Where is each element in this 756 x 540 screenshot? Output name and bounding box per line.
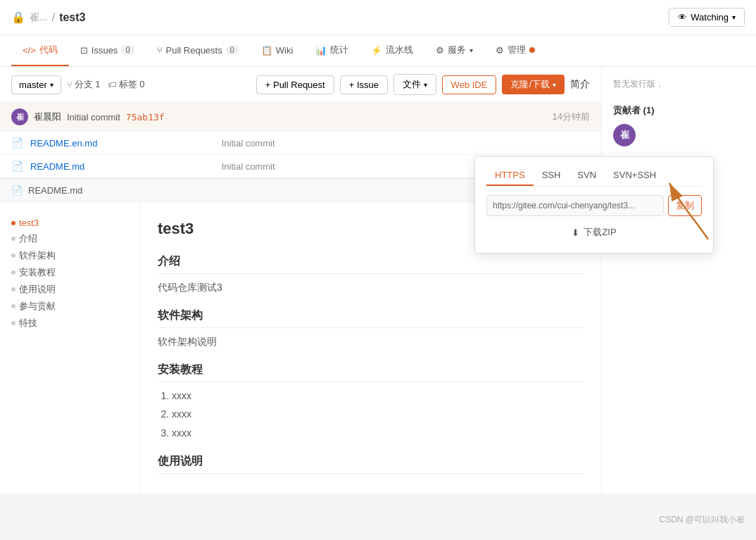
toc-label-7[interactable]: 特技 xyxy=(19,317,37,329)
toc-label-4[interactable]: 安装教程 xyxy=(19,266,56,279)
tab-pullrequests[interactable]: ⑂ Pull Requests 0 xyxy=(146,37,250,65)
file-name-2[interactable]: README.md xyxy=(30,161,215,172)
download-zip-label: 下载ZIP xyxy=(584,226,616,239)
toc-item-1[interactable]: test3 xyxy=(11,218,129,228)
tab-pipeline[interactable]: ⚡ 流水线 xyxy=(360,35,424,66)
toc-item-5[interactable]: 使用说明 xyxy=(11,283,129,296)
release-section: 暂无发行版， xyxy=(613,78,745,90)
file-btn-label: 文件 xyxy=(403,79,421,89)
clone-btn-label: 克隆/下载 xyxy=(510,78,550,91)
repo-area: master ▾ ⑂ 分支 1 🏷 标签 0 + Pull Request + … xyxy=(0,67,601,494)
clone-panel: HTTPS SSH SVN SVN+SSH 复制 ⬇ 下载ZIP xyxy=(474,156,714,253)
clone-tab-svnssh[interactable]: SVN+SSH xyxy=(605,165,664,186)
commit-message: Initial commit xyxy=(67,112,120,123)
chevron-services-icon: ▾ xyxy=(470,46,473,54)
tab-services[interactable]: ⚙ 服务 ▾ xyxy=(424,35,484,66)
fork-icon: ⑂ xyxy=(67,80,73,90)
code-icon: </> xyxy=(23,45,36,56)
repo-owner: 崔... xyxy=(30,11,48,24)
toc-item-7[interactable]: 特技 xyxy=(11,317,129,329)
eye-icon: 👁 xyxy=(678,12,687,23)
file-row: 📄 README.en.md Initial commit xyxy=(0,132,601,155)
file-icon-1: 📄 xyxy=(11,137,23,149)
tab-manage-label: 管理 xyxy=(508,44,526,56)
chevron-clone-icon: ▾ xyxy=(553,81,556,89)
commit-hash: 75ab13f xyxy=(126,112,165,123)
file-name-1[interactable]: README.en.md xyxy=(30,138,215,149)
tab-pr-label: Pull Requests xyxy=(166,45,222,56)
tab-pipeline-label: 流水线 xyxy=(386,44,413,56)
issue-button[interactable]: + Issue xyxy=(340,75,388,94)
file-button[interactable]: 文件 ▾ xyxy=(393,74,436,95)
readme-title: README.md xyxy=(28,185,82,196)
commit-author: 崔晨阳 xyxy=(34,111,61,123)
tab-services-label: 服务 xyxy=(448,44,466,56)
readme-section-intro: 介绍 xyxy=(158,252,584,274)
pr-badge: 0 xyxy=(226,45,239,55)
toc-dot-active xyxy=(11,221,15,225)
tab-issues[interactable]: ⊡ Issues 0 xyxy=(69,37,146,65)
toc-item-3[interactable]: 软件架构 xyxy=(11,249,129,262)
clone-tab-https[interactable]: HTTPS xyxy=(486,165,534,186)
toc-dot-7 xyxy=(11,321,15,325)
toc-label-2[interactable]: 介绍 xyxy=(19,232,37,245)
commit-row: 崔 崔晨阳 Initial commit 75ab13f 14分钟前 xyxy=(0,103,601,132)
tab-manage[interactable]: ⚙ 管理 xyxy=(484,35,546,66)
tab-code-label: 代码 xyxy=(39,44,58,56)
toc-item-2[interactable]: 介绍 xyxy=(11,232,129,245)
services-icon: ⚙ xyxy=(436,45,444,56)
tag-count: 🏷 标签 0 xyxy=(108,78,145,91)
tab-stats[interactable]: 📊 统计 xyxy=(304,35,360,66)
toc-dot-3 xyxy=(11,253,15,258)
clone-url-input[interactable] xyxy=(486,195,664,216)
readme-arch-text: 软件架构说明 xyxy=(158,334,584,349)
commit-avatar: 崔 xyxy=(11,108,28,125)
issues-icon: ⊡ xyxy=(80,45,88,56)
toc-label-1: test3 xyxy=(19,218,39,228)
readme-intro-text: 代码仓库测试3 xyxy=(158,280,584,295)
toc-label-3[interactable]: 软件架构 xyxy=(19,249,56,262)
manage-dot xyxy=(529,47,535,53)
download-icon: ⬇ xyxy=(572,227,579,238)
toc-dot-2 xyxy=(11,237,15,241)
contributor-avatar[interactable]: 崔 xyxy=(613,124,636,146)
chevron-down-icon: ▾ xyxy=(732,13,736,21)
pull-request-button[interactable]: + Pull Request xyxy=(256,75,334,94)
toc-item-4[interactable]: 安装教程 xyxy=(11,266,129,279)
copy-button[interactable]: 复制 xyxy=(668,195,702,216)
tab-stats-label: 统计 xyxy=(330,44,348,56)
install-item-2: xxxx xyxy=(172,406,584,422)
install-item-1: xxxx xyxy=(172,388,584,403)
repo-name: test3 xyxy=(59,11,85,24)
separator: / xyxy=(52,11,55,24)
chevron-branch-icon: ▾ xyxy=(50,81,53,89)
repo-title: 🔒 崔... / test3 xyxy=(11,11,85,24)
toc-dot-5 xyxy=(11,287,15,291)
nav-tabs: </> 代码 ⊡ Issues 0 ⑂ Pull Requests 0 📋 Wi… xyxy=(0,35,756,67)
toc-label-6[interactable]: 参与贡献 xyxy=(19,300,56,313)
clone-tab-ssh[interactable]: SSH xyxy=(534,165,569,186)
tab-code[interactable]: </> 代码 xyxy=(11,35,69,66)
toc-item-6[interactable]: 参与贡献 xyxy=(11,300,129,313)
webide-button[interactable]: Web IDE xyxy=(442,75,497,94)
watching-label: Watching xyxy=(691,12,729,23)
wiki-icon: 📋 xyxy=(261,45,272,56)
pipeline-icon: ⚡ xyxy=(371,45,382,56)
contributors-section: 贡献者 (1) 崔 xyxy=(613,104,745,146)
branch-selector[interactable]: master ▾ xyxy=(11,75,61,94)
readme-section-arch: 软件架构 xyxy=(158,306,584,328)
toc-dot-6 xyxy=(11,304,15,308)
clone-tab-svn[interactable]: SVN xyxy=(569,165,605,186)
watching-button[interactable]: 👁 Watching ▾ xyxy=(669,8,745,27)
tab-issues-label: Issues xyxy=(92,45,118,56)
branch-label: master xyxy=(19,80,47,90)
tab-wiki[interactable]: 📋 Wiki xyxy=(250,37,305,65)
clone-button[interactable]: 克隆/下载 ▾ xyxy=(502,75,565,94)
toc-label-5[interactable]: 使用说明 xyxy=(19,283,56,296)
meta-info: ⑂ 分支 1 🏷 标签 0 xyxy=(67,78,145,91)
readme-file-icon: 📄 xyxy=(11,185,23,196)
download-zip[interactable]: ⬇ 下载ZIP xyxy=(486,223,702,241)
intro-button[interactable]: 简介 xyxy=(570,78,590,91)
manage-icon: ⚙ xyxy=(496,45,504,56)
lock-icon: 🔒 xyxy=(11,11,25,24)
